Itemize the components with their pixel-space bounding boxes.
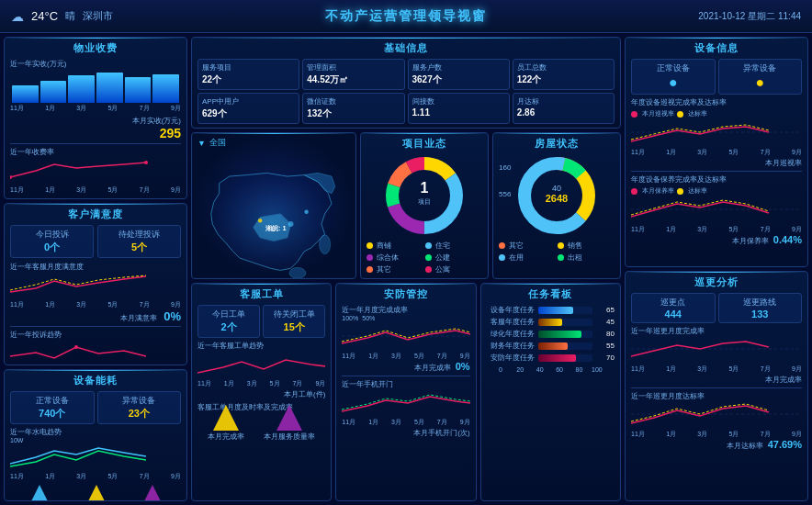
property-income-title: 物业收费: [10, 41, 181, 55]
house-legend-0: 其它: [499, 241, 556, 251]
month-rate-value: 47.69%: [768, 439, 802, 450]
info-label-3: 员工总数: [517, 62, 610, 73]
map-dropdown-icon[interactable]: ▼: [197, 139, 206, 148]
task-bar-fill-3: [538, 342, 569, 350]
customer-satisfaction-panel: 客户满意度 今日投诉 0个 待处理投诉 5个 近一年客服月度满意度 11月1月3…: [4, 203, 187, 365]
security-control-title: 安防管控: [342, 287, 469, 301]
house-legend-1: 销售: [558, 241, 615, 251]
device-abnormal-box: 异常设备 ●: [718, 59, 803, 95]
month-rate-label: 本月达标率: [727, 442, 763, 450]
info-label-5: 微信证数: [307, 96, 400, 107]
month-security-value: 0%: [456, 361, 470, 372]
house-donut-chart: 40 2648: [515, 154, 598, 237]
task-bar-bg-3: [538, 342, 592, 350]
house-status-title: 房屋状态: [499, 137, 615, 151]
legend-item-1: 住宅: [425, 241, 482, 251]
datetime: 2021-10-12 星期二 11:44: [698, 10, 801, 23]
patrol-analysis-title: 巡更分析: [631, 275, 802, 289]
pending-complaints-label: 待处理投诉: [103, 229, 175, 241]
patrol-analysis-panel: 巡更分析 巡更点 444 巡更路线 133 近一年巡更月度完成率 11月1月3月…: [625, 271, 808, 501]
customer-service-title: 客服工单: [197, 287, 325, 301]
task-label-0: 设备年度任务: [487, 305, 535, 315]
month-patrol-label: 本月巡视率: [765, 159, 802, 167]
weather: 晴: [65, 9, 75, 23]
house-status-panel: 房屋状态 40 2648 160 556: [492, 132, 621, 279]
patrol-point-box: 巡更点 444: [631, 293, 716, 323]
info-cell-4: APP中用户 629个: [197, 93, 299, 124]
task-panel-title: 任务看板: [487, 287, 615, 301]
svg-point-7: [258, 219, 262, 222]
project-status-title: 项目业态: [367, 137, 482, 151]
completion-label2: 本月完成率: [208, 432, 244, 442]
device-info-panel: 设备信息 正常设备 ● 异常设备 ● 年度设备巡视完成率及达标率 本月巡视率 达…: [625, 37, 808, 267]
task-row-1: 客服年度任务 45: [487, 317, 615, 327]
house-legend-3: 出租: [558, 252, 615, 263]
security-trend-label: 近一年月度完成成率: [342, 305, 469, 315]
current-month-income-value: 295: [10, 126, 181, 140]
svg-text:1: 1: [421, 180, 429, 196]
task-val-1: 45: [596, 318, 615, 326]
svg-point-6: [288, 221, 294, 227]
task-val-4: 70: [596, 354, 615, 362]
device-maintenance-chart: [631, 196, 802, 222]
property-income-panel: 物业收费 近一年实收(万元) 11月1月3月5月7月9月 本月实收(万元) 29…: [4, 37, 187, 199]
gate-chart: [342, 389, 469, 415]
bar-jan: [40, 81, 67, 103]
china-map-panel: ▼ 全国: [191, 132, 356, 279]
rate-x-labels: 11月1月3月5月7月9月: [10, 185, 181, 195]
pending-complaints-box: 待处理投诉 5个: [97, 225, 181, 258]
today-work-order-box: 今日工单 2个: [197, 305, 260, 338]
month-security-label: 本月完成率: [414, 364, 451, 372]
basic-info-title: 基础信息: [197, 41, 615, 55]
project-status-panel: 项目业态 1 项目: [360, 132, 489, 279]
map-region-label: 全国: [209, 137, 226, 149]
temperature: 24°C: [31, 9, 58, 23]
svg-text:40: 40: [552, 184, 561, 193]
patrol-rate-trend-label: 近一年巡更月度达标率: [631, 391, 802, 401]
device-normal-box: 正常设备 ●: [631, 59, 716, 95]
month-maintenance-value: 0.44%: [773, 234, 802, 245]
task-bar-fill-1: [538, 319, 563, 326]
patrol-route-label: 巡更路线: [724, 297, 797, 309]
security-trend-chart: [342, 323, 469, 349]
task-row-4: 安防年度任务 70: [487, 353, 615, 363]
task-row-3: 财务年度任务 55: [487, 341, 615, 351]
complaint-trend-label: 近一年投诉趋势: [10, 330, 181, 340]
device-info-title: 设备信息: [631, 41, 802, 55]
year-income-label: 近一年实收(万元): [10, 59, 181, 69]
task-row-2: 绿化年度任务 80: [487, 329, 615, 339]
satisfaction-chart: [10, 272, 181, 297]
info-label-1: 管理面积: [307, 62, 400, 73]
task-bar-bg-1: [538, 319, 592, 326]
satisfaction-trend-label: 近一年客服月度满意度: [10, 262, 181, 272]
month-satisfaction-label: 本月满意率: [120, 314, 157, 322]
satisfaction-title: 客户满意度: [10, 208, 181, 221]
svg-point-4: [289, 267, 306, 278]
task-bar-fill-2: [538, 331, 581, 338]
task-bar-fill-4: [538, 354, 577, 362]
work-order-trend-label: 近一年客服工单趋势: [197, 341, 325, 351]
basic-info-panel: 基础信息 服务项目 22个 管理面积 44.52万㎡ 服务户数 3627个 员工…: [191, 37, 621, 129]
info-label-4: APP中用户: [202, 96, 295, 107]
y-label: 10W: [10, 437, 181, 443]
device-energy-panel: 设备能耗 正常设备 740个 异常设备 23个 近一年水电趋势 10W 11月1…: [4, 369, 187, 501]
task-bar-bg-2: [538, 331, 592, 338]
task-row-0: 设备年度任务 65: [487, 305, 615, 315]
legend-item-5: 公寓: [425, 264, 482, 275]
task-val-3: 55: [596, 342, 615, 350]
task-label-4: 安防年度任务: [487, 353, 535, 363]
top-bar: ☁ 24°C 晴 深圳市 不动产运营管理领导视窗 2021-10-12 星期二 …: [0, 0, 812, 33]
current-month-income-label: 本月实收(万元): [132, 117, 181, 125]
info-value-7: 2.86: [517, 107, 610, 118]
water-trend-label: 近一年水电趋势: [10, 427, 181, 437]
svg-point-0: [10, 175, 12, 179]
water-elec-chart: [10, 443, 181, 469]
today-work-order-label: 今日工单: [203, 309, 254, 320]
info-cell-6: 间接数 1.11: [408, 93, 510, 124]
svg-point-3: [320, 235, 331, 254]
month-satisfaction-value: 0%: [164, 309, 181, 323]
bar-mar: [68, 75, 95, 103]
legend-item-0: 商铺: [367, 241, 423, 251]
today-complaints-value: 0个: [16, 241, 88, 254]
normal-device-label: 正常设备: [16, 395, 89, 407]
